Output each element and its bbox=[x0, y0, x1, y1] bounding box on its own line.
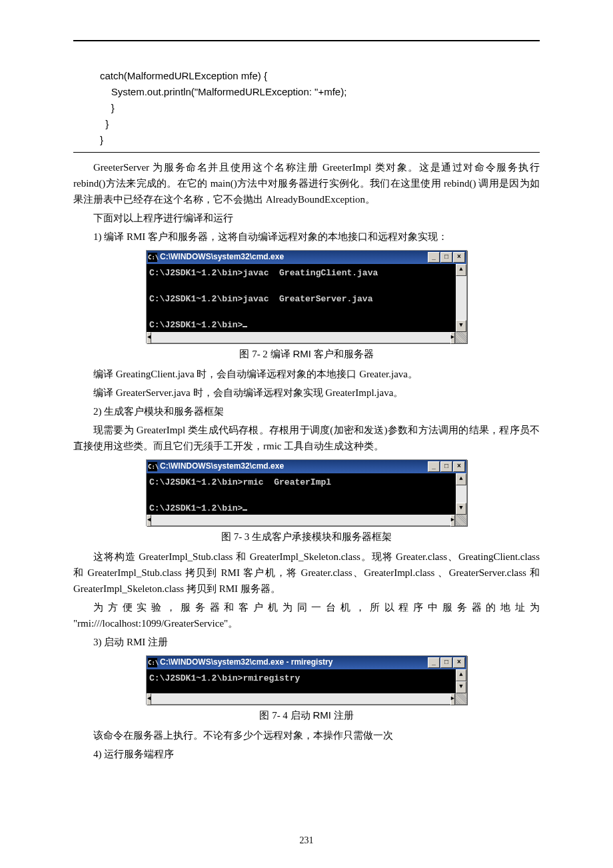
paragraph: 编译 GreatingClient.java 时，会自动编译远程对象的本地接口 … bbox=[73, 366, 540, 382]
window-title: C:\WINDOWS\system32\cmd.exe - rmiregistr… bbox=[160, 656, 428, 669]
scroll-track[interactable] bbox=[151, 332, 450, 343]
terminal-line: C:\J2SDK1~1.2\bin> bbox=[149, 320, 243, 330]
list-item: 4) 运行服务端程序 bbox=[73, 746, 540, 762]
scroll-left-button[interactable]: ◄ bbox=[147, 332, 151, 344]
paragraph: 编译 GreaterServer.java 时，会自动编译远程对象实现 Grea… bbox=[73, 385, 540, 401]
cursor-icon bbox=[243, 326, 247, 327]
resize-grip[interactable] bbox=[455, 515, 466, 525]
terminal-output: C:\J2SDK1~1.2\bin>rmiregistry bbox=[147, 669, 456, 693]
close-button[interactable]: × bbox=[453, 461, 465, 472]
caption-text: 图 7- 2 编译 bbox=[239, 349, 293, 359]
window-titlebar: C:\ C:\WINDOWS\system32\cmd.exe - rmireg… bbox=[147, 656, 466, 669]
code-line: } bbox=[100, 134, 103, 145]
caption-text: RMI bbox=[293, 348, 311, 359]
separator-rule bbox=[73, 152, 540, 153]
scroll-down-button[interactable]: ▼ bbox=[456, 503, 466, 515]
scroll-track[interactable] bbox=[456, 485, 466, 503]
top-horizontal-rule bbox=[73, 40, 540, 41]
paragraph: 这将构造 GreaterImpl_Stub.class 和 GreaterImp… bbox=[73, 549, 540, 597]
cursor-icon bbox=[243, 509, 247, 511]
scroll-down-button[interactable]: ▼ bbox=[456, 320, 466, 332]
window-titlebar: C:\ C:\WINDOWS\system32\cmd.exe _ □ × bbox=[147, 251, 466, 264]
terminal-line: C:\J2SDK1~1.2\bin>javac GreatingClient.j… bbox=[149, 268, 378, 278]
scroll-left-button[interactable]: ◄ bbox=[147, 515, 151, 527]
cmd-icon: C:\ bbox=[148, 462, 157, 471]
cmd-icon: C:\ bbox=[148, 658, 157, 667]
horizontal-scrollbar[interactable]: ◄ ► bbox=[147, 515, 466, 525]
cmd-screenshot-fig-7-3: C:\ C:\WINDOWS\system32\cmd.exe _ □ × C:… bbox=[146, 459, 467, 527]
scroll-track[interactable] bbox=[456, 276, 466, 320]
list-item: 3) 启动 RMI 注册 bbox=[73, 634, 540, 650]
list-item: 2) 生成客户模块和服务器框架 bbox=[73, 403, 540, 419]
terminal-output: C:\J2SDK1~1.2\bin>rmic GreaterImpl C:\J2… bbox=[147, 473, 456, 515]
paragraph: 现需要为 GreaterImpl 类生成代码存根。存根用于调度(加密和发送)参数… bbox=[73, 422, 540, 454]
java-code-block: catch(MalformedURLException mfe) { Syste… bbox=[100, 68, 540, 148]
terminal-line: C:\J2SDK1~1.2\bin>rmiregistry bbox=[149, 673, 300, 683]
scroll-right-button[interactable]: ► bbox=[450, 693, 455, 705]
scroll-up-button[interactable]: ▲ bbox=[456, 264, 466, 276]
scroll-up-button[interactable]: ▲ bbox=[456, 473, 466, 485]
scroll-right-button[interactable]: ► bbox=[450, 332, 455, 344]
minimize-button[interactable]: _ bbox=[428, 461, 440, 472]
code-line: } bbox=[111, 102, 115, 113]
terminal-line: C:\J2SDK1~1.2\bin> bbox=[149, 503, 243, 513]
resize-grip[interactable] bbox=[455, 693, 466, 704]
figure-caption-7-2: 图 7- 2 编译 RMI 客户和服务器 bbox=[73, 346, 540, 362]
list-item: 1) 编译 RMI 客户和服务器，这将自动编译远程对象的本地接口和远程对象实现： bbox=[73, 229, 540, 245]
window-title: C:\WINDOWS\system32\cmd.exe bbox=[160, 251, 428, 263]
terminal-output: C:\J2SDK1~1.2\bin>javac GreatingClient.j… bbox=[147, 264, 456, 332]
cmd-icon: C:\ bbox=[148, 253, 157, 262]
resize-grip[interactable] bbox=[455, 332, 466, 343]
document-page: catch(MalformedURLException mfe) { Syste… bbox=[0, 0, 613, 868]
paragraph: 该命令在服务器上执行。不论有多少个远程对象，本操作只需做一次 bbox=[73, 727, 540, 743]
minimize-button[interactable]: _ bbox=[428, 657, 440, 668]
cmd-screenshot-fig-7-2: C:\ C:\WINDOWS\system32\cmd.exe _ □ × C:… bbox=[146, 250, 467, 343]
horizontal-scrollbar[interactable]: ◄ ► bbox=[147, 693, 466, 704]
vertical-scrollbar[interactable]: ▲ ▼ bbox=[456, 669, 466, 693]
paragraph: 下面对以上程序进行编译和运行 bbox=[73, 210, 540, 226]
figure-caption-7-4: 图 7- 4 启动 RMI 注册 bbox=[73, 707, 540, 723]
figure-caption-7-3: 图 7- 3 生成客户承接模块和服务器框架 bbox=[73, 529, 540, 545]
vertical-scrollbar[interactable]: ▲ ▼ bbox=[456, 473, 466, 515]
scroll-right-button[interactable]: ► bbox=[450, 515, 455, 527]
caption-text: 客户和服务器 bbox=[311, 349, 374, 359]
horizontal-scrollbar[interactable]: ◄ ► bbox=[147, 332, 466, 343]
paragraph: GreeterServer 为服务命名并且使用这个名称注册 GreeterImp… bbox=[73, 159, 540, 207]
cmd-screenshot-fig-7-4: C:\ C:\WINDOWS\system32\cmd.exe - rmireg… bbox=[146, 655, 467, 705]
terminal-line: C:\J2SDK1~1.2\bin>rmic GreaterImpl bbox=[149, 477, 331, 487]
maximize-button[interactable]: □ bbox=[440, 252, 452, 263]
caption-text: 图 7- 4 启动 bbox=[259, 710, 312, 721]
maximize-button[interactable]: □ bbox=[440, 461, 452, 472]
code-line: catch(MalformedURLException mfe) { bbox=[100, 70, 267, 81]
scroll-track[interactable] bbox=[151, 693, 450, 704]
code-line: } bbox=[100, 118, 109, 129]
scroll-up-button[interactable]: ▲ bbox=[456, 669, 466, 681]
terminal-line: C:\J2SDK1~1.2\bin>javac GreaterServer.ja… bbox=[149, 294, 372, 304]
paragraph: 为方便实验，服务器和客户机为同一台机，所以程序中服务器的地址为 "rmi:///… bbox=[73, 599, 540, 631]
close-button[interactable]: × bbox=[453, 657, 465, 668]
scroll-left-button[interactable]: ◄ bbox=[147, 693, 151, 705]
caption-text: RMI bbox=[312, 709, 331, 721]
code-line: System.out.println("MalformedURLExceptio… bbox=[100, 86, 346, 97]
scroll-down-button[interactable]: ▼ bbox=[456, 681, 466, 693]
page-number: 231 bbox=[0, 833, 613, 848]
scroll-track[interactable] bbox=[151, 515, 450, 525]
close-button[interactable]: × bbox=[453, 252, 465, 263]
minimize-button[interactable]: _ bbox=[428, 252, 440, 263]
window-titlebar: C:\ C:\WINDOWS\system32\cmd.exe _ □ × bbox=[147, 460, 466, 473]
window-title: C:\WINDOWS\system32\cmd.exe bbox=[160, 460, 428, 473]
vertical-scrollbar[interactable]: ▲ ▼ bbox=[456, 264, 466, 332]
maximize-button[interactable]: □ bbox=[440, 657, 452, 668]
caption-text: 注册 bbox=[331, 710, 354, 721]
